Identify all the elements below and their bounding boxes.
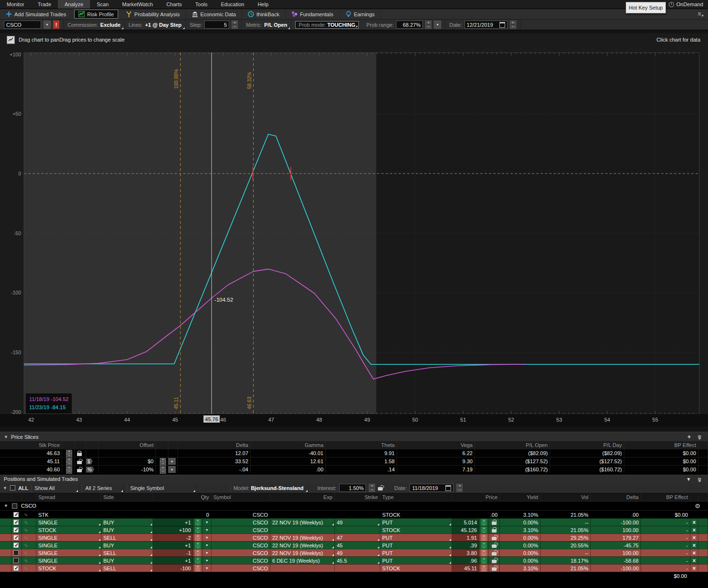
qty-dropdown[interactable]: ▼ bbox=[203, 518, 211, 526]
slice-price-stepper[interactable]: +− bbox=[66, 466, 72, 473]
spread-cell[interactable]: SINGLE bbox=[36, 534, 101, 541]
date-stepper[interactable]: +− bbox=[510, 21, 516, 29]
locked-icon[interactable] bbox=[77, 453, 82, 456]
spread-cell[interactable]: STOCK bbox=[36, 526, 101, 534]
strike-cell[interactable]: 49 bbox=[335, 518, 380, 526]
slice-price-value[interactable]: 40.60 bbox=[0, 466, 62, 473]
price-stepper[interactable]: +− bbox=[481, 527, 487, 534]
strike-cell[interactable]: 49 bbox=[335, 549, 380, 556]
menu-monitor[interactable]: Monitor bbox=[0, 0, 31, 9]
qty-dropdown[interactable]: ▼ bbox=[203, 541, 211, 549]
price-lock-cell[interactable] bbox=[489, 564, 500, 572]
price-lock-cell[interactable] bbox=[489, 541, 500, 549]
side-cell[interactable]: BUY bbox=[101, 541, 153, 549]
slice-lock-cell[interactable] bbox=[75, 457, 86, 465]
slice-price-value[interactable]: 46.63 bbox=[0, 449, 62, 457]
strike-cell[interactable]: 45 bbox=[335, 541, 380, 549]
remove-row-button[interactable]: × bbox=[690, 556, 698, 564]
metric-control[interactable]: Metric: P/L Open bbox=[242, 19, 291, 30]
price-value[interactable]: .39 bbox=[452, 541, 479, 549]
remove-row-button[interactable]: × bbox=[690, 518, 698, 526]
row-checkbox[interactable] bbox=[13, 512, 19, 517]
menu-marketwatch[interactable]: MarketWatch bbox=[115, 0, 159, 9]
price-stepper[interactable]: +− bbox=[481, 557, 487, 564]
date-input[interactable]: 12/21/2019 bbox=[465, 21, 508, 29]
lines-control[interactable]: Lines: +1 @ Day Step bbox=[125, 19, 186, 30]
qty-value[interactable]: +1 bbox=[153, 518, 193, 526]
step-input[interactable]: 5 bbox=[204, 21, 229, 29]
side-cell[interactable]: SELL bbox=[101, 534, 153, 541]
qty-value[interactable]: +100 bbox=[153, 526, 193, 534]
step-stepper[interactable]: +− bbox=[232, 21, 238, 29]
group-checkbox[interactable] bbox=[12, 503, 17, 509]
symbol-dropdown-button[interactable]: ▼ bbox=[44, 21, 51, 29]
qty-value[interactable]: -100 bbox=[153, 564, 193, 572]
type-cell[interactable]: PUT bbox=[380, 534, 452, 541]
slice-price-stepper[interactable]: +− bbox=[66, 450, 72, 457]
remove-row-button[interactable]: × bbox=[690, 564, 698, 572]
side-cell[interactable]: SELL bbox=[101, 564, 153, 572]
strike-cell[interactable]: 47 bbox=[335, 534, 380, 541]
unlocked-icon[interactable] bbox=[492, 544, 497, 548]
row-checkbox[interactable] bbox=[13, 566, 19, 571]
qty-value[interactable]: +1 bbox=[153, 541, 193, 549]
price-lock-cell[interactable] bbox=[489, 556, 500, 564]
price-value[interactable]: 1.91 bbox=[452, 534, 479, 541]
offset-value[interactable]: $0 bbox=[99, 457, 156, 465]
type-cell[interactable]: PUT bbox=[380, 556, 452, 564]
analyze-wave-icon[interactable]: ∿ bbox=[22, 518, 36, 526]
interest-input[interactable]: 1.50% bbox=[339, 484, 366, 492]
side-cell[interactable]: BUY bbox=[101, 556, 153, 564]
chart-canvas[interactable]: 100.00%45.1158.32%46.6342434445464748495… bbox=[0, 46, 708, 426]
slice-lock-cell[interactable] bbox=[75, 449, 86, 457]
qty-stepper[interactable]: +− bbox=[195, 557, 200, 564]
analyze-wave-icon[interactable]: ∿ bbox=[22, 564, 36, 572]
collapse-chevron-icon[interactable]: ▼ bbox=[4, 435, 8, 439]
exp-cell[interactable]: 22 NOV 19 (Weeklys) bbox=[270, 534, 335, 541]
exp-cell[interactable]: 22 NOV 19 (Weeklys) bbox=[270, 549, 335, 556]
tab-thinkback[interactable]: thinkBack bbox=[242, 9, 286, 20]
chevron-down-icon[interactable]: ▼ bbox=[3, 486, 7, 490]
menu-analyze[interactable]: Analyze bbox=[58, 0, 90, 9]
locked-icon[interactable] bbox=[492, 529, 497, 533]
unlocked-icon[interactable] bbox=[77, 469, 82, 472]
row-checkbox[interactable] bbox=[13, 543, 19, 548]
percent-offset-badge[interactable]: % bbox=[86, 467, 94, 473]
price-value[interactable]: 45.126 bbox=[452, 526, 479, 534]
symbol-mode-dropdown[interactable]: Single Symbol bbox=[127, 484, 196, 492]
spread-cell[interactable]: SINGLE bbox=[36, 518, 101, 526]
unlocked-icon[interactable] bbox=[492, 537, 497, 540]
exp-cell[interactable]: 22 NOV 19 (Weeklys) bbox=[270, 518, 335, 526]
price-lock-cell[interactable] bbox=[489, 534, 500, 541]
price-value[interactable]: .96 bbox=[452, 556, 479, 564]
tab-add-simulated-trades[interactable]: Add Simulated Trades bbox=[0, 9, 72, 20]
row-checkbox[interactable] bbox=[13, 535, 19, 540]
side-cell[interactable]: SELL bbox=[101, 549, 153, 556]
price-value[interactable]: 3.80 bbox=[452, 549, 479, 556]
side-cell[interactable]: BUY bbox=[101, 526, 153, 534]
menu-scan[interactable]: Scan bbox=[90, 0, 115, 9]
qty-value[interactable]: -1 bbox=[153, 549, 193, 556]
price-value[interactable]: 45.11 bbox=[452, 564, 479, 572]
unlocked-icon[interactable] bbox=[492, 552, 497, 555]
type-cell[interactable]: PUT bbox=[380, 541, 452, 549]
offset-value[interactable] bbox=[99, 449, 156, 457]
all-checkbox[interactable] bbox=[10, 485, 15, 490]
qty-value[interactable]: -2 bbox=[153, 534, 193, 541]
prob-range-stepper[interactable]: +− bbox=[425, 21, 431, 29]
chevron-down-icon[interactable]: ▼ bbox=[4, 503, 8, 508]
commission-control[interactable]: Commission: Exclude bbox=[64, 19, 125, 30]
locked-icon[interactable] bbox=[492, 522, 497, 525]
collapse-all-icon[interactable]: ▼ bbox=[686, 477, 691, 482]
menu-charts[interactable]: Charts bbox=[160, 0, 188, 9]
remove-row-button[interactable]: × bbox=[690, 526, 698, 534]
type-cell[interactable]: PUT bbox=[380, 518, 452, 526]
menu-education[interactable]: Education bbox=[214, 0, 251, 9]
tab-economic-data[interactable]: Economic Data bbox=[186, 9, 243, 20]
pos-date-stepper[interactable]: +− bbox=[456, 484, 463, 492]
spread-cell[interactable]: SINGLE bbox=[36, 541, 101, 549]
price-lock-cell[interactable] bbox=[489, 526, 500, 534]
spread-cell[interactable]: SINGLE bbox=[36, 549, 101, 556]
type-cell[interactable]: PUT bbox=[380, 549, 452, 556]
qty-dropdown[interactable]: ▼ bbox=[203, 526, 211, 534]
